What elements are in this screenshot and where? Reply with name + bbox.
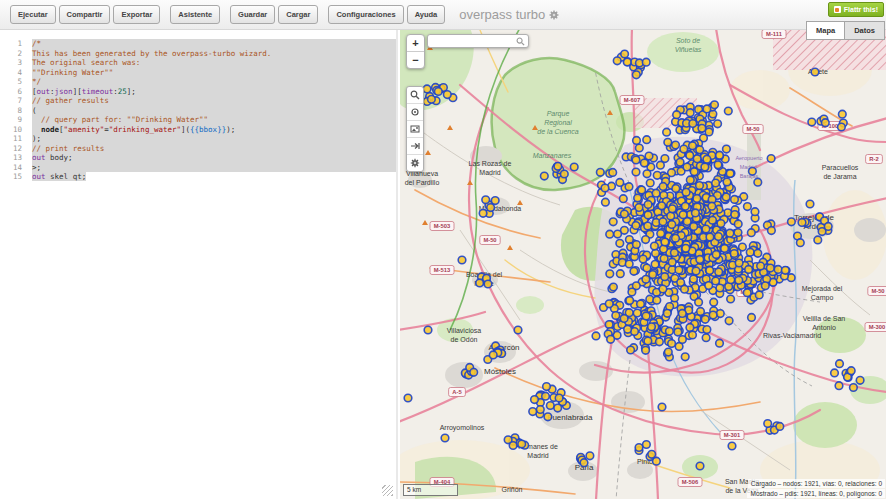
map-marker[interactable] bbox=[616, 179, 624, 187]
map-marker[interactable] bbox=[642, 276, 650, 284]
map-marker[interactable] bbox=[847, 367, 855, 375]
map-panel[interactable]: Villanuevadel PardilloLas Rozas deMadrid… bbox=[400, 30, 886, 499]
map-marker[interactable] bbox=[723, 145, 731, 153]
map-marker[interactable] bbox=[714, 120, 722, 128]
map-marker[interactable] bbox=[642, 58, 650, 66]
map-marker[interactable] bbox=[735, 277, 743, 285]
map-marker[interactable] bbox=[745, 266, 753, 274]
map-marker[interactable] bbox=[476, 279, 484, 287]
map-marker[interactable] bbox=[609, 169, 617, 177]
map-marker[interactable] bbox=[648, 451, 656, 459]
map-marker[interactable] bbox=[715, 233, 723, 241]
map-marker[interactable] bbox=[627, 346, 635, 354]
map-marker[interactable] bbox=[632, 168, 640, 176]
map-marker[interactable] bbox=[686, 109, 694, 117]
map-marker[interactable] bbox=[624, 326, 632, 334]
map-marker[interactable] bbox=[693, 195, 701, 203]
map-marker[interactable] bbox=[489, 351, 497, 359]
code-line[interactable]: out body; bbox=[32, 153, 396, 163]
map-marker[interactable] bbox=[424, 326, 432, 334]
map-marker[interactable] bbox=[712, 179, 720, 187]
code-line[interactable]: // gather results bbox=[32, 96, 396, 106]
map-marker[interactable] bbox=[639, 255, 647, 263]
map-marker[interactable] bbox=[686, 152, 694, 160]
map-marker[interactable] bbox=[541, 172, 549, 180]
code-area[interactable]: /*This has been generated by the overpas… bbox=[28, 39, 396, 182]
map-marker[interactable] bbox=[679, 336, 687, 344]
map-marker[interactable] bbox=[674, 328, 682, 336]
map-marker[interactable] bbox=[643, 441, 651, 449]
map-marker[interactable] bbox=[644, 222, 652, 230]
map-marker[interactable] bbox=[602, 198, 610, 206]
map-marker[interactable] bbox=[645, 152, 653, 160]
code-line[interactable]: [out:json][timeout:25]; bbox=[32, 87, 396, 97]
map-marker[interactable] bbox=[441, 434, 449, 442]
map-marker[interactable] bbox=[592, 332, 600, 340]
code-line[interactable]: node["amenity"="drinking_water"]({{bbox}… bbox=[32, 125, 396, 135]
map-marker[interactable] bbox=[554, 404, 562, 412]
map-marker[interactable] bbox=[797, 239, 805, 247]
map-marker[interactable] bbox=[727, 295, 735, 303]
map-marker[interactable] bbox=[621, 50, 629, 58]
code-line[interactable]: ); bbox=[32, 134, 396, 144]
map-marker[interactable] bbox=[811, 68, 819, 76]
map-marker[interactable] bbox=[712, 251, 720, 259]
geolocate-button[interactable] bbox=[407, 104, 423, 121]
map-marker[interactable] bbox=[814, 236, 822, 244]
map-marker[interactable] bbox=[689, 331, 697, 339]
map-marker[interactable] bbox=[635, 444, 643, 452]
map-marker[interactable] bbox=[696, 256, 704, 264]
map-marker[interactable] bbox=[659, 218, 667, 226]
map-marker[interactable] bbox=[628, 288, 636, 296]
map-marker[interactable] bbox=[653, 172, 661, 180]
map-marker[interactable] bbox=[727, 276, 735, 284]
map-marker[interactable] bbox=[625, 183, 633, 191]
map-marker[interactable] bbox=[710, 298, 718, 306]
map-marker[interactable] bbox=[529, 408, 537, 416]
map-marker[interactable] bbox=[542, 392, 550, 400]
map-marker[interactable] bbox=[692, 267, 700, 275]
map-marker[interactable] bbox=[641, 159, 649, 167]
map-marker[interactable] bbox=[643, 136, 651, 144]
map-marker[interactable] bbox=[435, 88, 443, 96]
map-marker[interactable] bbox=[617, 270, 625, 278]
map-marker[interactable] bbox=[731, 196, 739, 204]
code-line[interactable]: /* bbox=[32, 39, 396, 49]
toolbar-button-ayuda[interactable]: Ayuda bbox=[407, 5, 446, 24]
map-marker[interactable] bbox=[808, 118, 816, 126]
map-marker[interactable] bbox=[701, 163, 709, 171]
map-marker[interactable] bbox=[709, 216, 717, 224]
map-marker[interactable] bbox=[633, 309, 641, 317]
map-marker[interactable] bbox=[668, 221, 676, 229]
map-marker[interactable] bbox=[651, 242, 659, 250]
map-marker[interactable] bbox=[580, 459, 588, 467]
map-marker[interactable] bbox=[680, 145, 688, 153]
flattr-button[interactable]: Flattr this! bbox=[828, 2, 884, 17]
map-marker[interactable] bbox=[693, 155, 701, 163]
map-marker[interactable] bbox=[620, 315, 628, 323]
map-marker[interactable] bbox=[509, 442, 517, 450]
map-marker[interactable] bbox=[798, 219, 806, 227]
map-marker[interactable] bbox=[664, 139, 672, 147]
map-marker[interactable] bbox=[703, 326, 711, 334]
map-marker[interactable] bbox=[614, 230, 622, 238]
map-marker[interactable] bbox=[717, 220, 725, 228]
map-marker[interactable] bbox=[673, 111, 681, 119]
map-marker[interactable] bbox=[665, 348, 673, 356]
map-marker[interactable] bbox=[616, 240, 624, 248]
map-marker[interactable] bbox=[620, 195, 628, 203]
map-marker[interactable] bbox=[632, 222, 640, 230]
map-marker[interactable] bbox=[531, 396, 539, 404]
map-marker[interactable] bbox=[612, 312, 620, 320]
map-marker[interactable] bbox=[774, 266, 782, 274]
map-marker[interactable] bbox=[610, 283, 618, 291]
map-marker[interactable] bbox=[690, 223, 698, 231]
map-marker[interactable] bbox=[751, 208, 759, 216]
map-marker[interactable] bbox=[487, 204, 495, 212]
map-marker[interactable] bbox=[666, 327, 674, 335]
title-gear-icon[interactable] bbox=[549, 10, 559, 20]
code-line[interactable]: */ bbox=[32, 77, 396, 87]
export-image-button[interactable] bbox=[407, 121, 423, 138]
map-marker[interactable] bbox=[706, 267, 714, 275]
map-marker[interactable] bbox=[776, 423, 784, 431]
